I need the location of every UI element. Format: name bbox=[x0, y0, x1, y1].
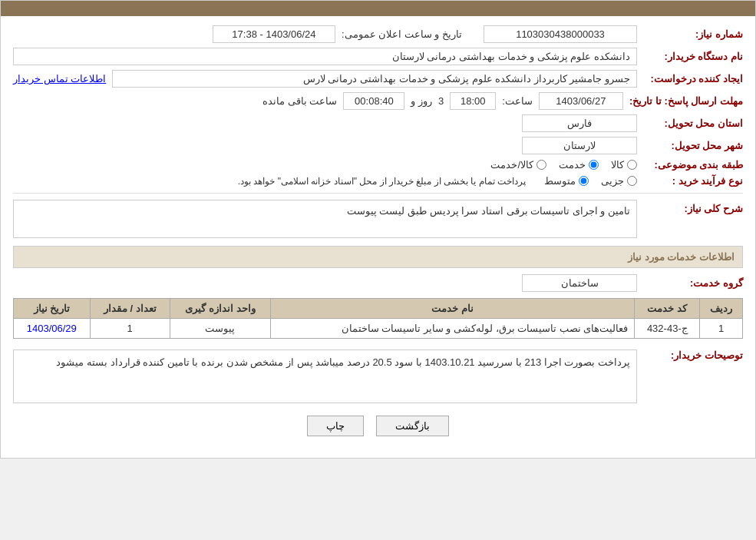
nam-dastgah-value: دانشکده علوم پزشکی و خدمات بهداشتی درمان… bbox=[13, 48, 637, 65]
tabaqe-kala-khadamat[interactable]: کالا/خدمت bbox=[490, 159, 546, 171]
cell-tarikh: 1403/06/29 bbox=[14, 319, 91, 339]
page-header bbox=[1, 1, 755, 16]
noe-farayand-options: جزیی متوسط bbox=[544, 175, 637, 187]
buttons-row: بازگشت چاپ bbox=[13, 416, 743, 436]
ijad-konnande-value: جسرو جامشیر کاربرداز دانشکده علوم پزشکی … bbox=[112, 70, 637, 88]
shahr-label: شهر محل تحویل: bbox=[643, 140, 743, 151]
farayand-jozi-radio[interactable] bbox=[627, 176, 637, 186]
tavsiyeh-value: پرداخت بصورت اجرا 213 با سررسید 1403.10.… bbox=[13, 350, 637, 403]
ijad-konnande-label: ایجاد کننده درخواست: bbox=[643, 73, 743, 84]
time-value: 18:00 bbox=[450, 92, 496, 110]
noe-farayand-label: نوع فرآیند خرید : bbox=[643, 175, 743, 187]
roz-label: روز و bbox=[411, 95, 432, 107]
chap-button[interactable]: چاپ bbox=[307, 416, 364, 436]
services-section-title: اطلاعات خدمات مورد نیاز bbox=[13, 246, 743, 268]
tarikh-label: تاریخ و ساعت اعلان عمومی: bbox=[342, 28, 462, 40]
grohe-khadamat-label: گروه خدمت: bbox=[643, 277, 743, 289]
ostan-value: فارس bbox=[522, 114, 637, 132]
cell-tedad: 1 bbox=[90, 319, 170, 339]
shahr-row: شهر محل تحویل: لارستان bbox=[13, 137, 743, 154]
baghimande-value: 00:08:40 bbox=[343, 92, 404, 110]
roz-value: 3 bbox=[438, 95, 444, 107]
col-tedad: تعداد / مقدار bbox=[90, 299, 170, 319]
grohe-khadamat-row: گروه خدمت: ساختمان bbox=[13, 274, 743, 292]
col-tarikh: تاریخ نیاز bbox=[14, 299, 91, 319]
tabaqe-kala-label: کالا bbox=[611, 159, 624, 171]
cell-radif: 1 bbox=[700, 319, 743, 339]
ijad-konnande-row: ایجاد کننده درخواست: جسرو جامشیر کاربردا… bbox=[13, 70, 743, 88]
ostan-row: استان محل تحویل: فارس bbox=[13, 114, 743, 132]
farayand-jozi-label: جزیی bbox=[601, 175, 624, 187]
col-vahed: واحد اندازه گیری bbox=[170, 299, 270, 319]
tabaqe-row: طبقه بندی موضوعی: کالا خدمت کالا/خدمت bbox=[13, 159, 743, 171]
tabaqe-kala-khadamat-radio[interactable] bbox=[536, 160, 546, 170]
sharh-label: شرح کلی نیاز: bbox=[643, 203, 743, 214]
shahr-value: لارستان bbox=[522, 137, 637, 154]
shomare-niaz-label: شماره نیاز: bbox=[643, 28, 743, 40]
nam-dastgah-label: نام دستگاه خریدار: bbox=[643, 51, 743, 62]
tavsiyeh-label: توصیحات خریدار: bbox=[643, 350, 743, 361]
tabaqe-khadamat-label: خدمت bbox=[559, 159, 586, 171]
col-radif: ردیف bbox=[700, 299, 743, 319]
noe-farayand-row: نوع فرآیند خرید : جزیی متوسط پرداخت تمام… bbox=[13, 175, 743, 187]
divider1 bbox=[13, 193, 743, 194]
nam-dastgah-row: نام دستگاه خریدار: دانشکده علوم پزشکی و … bbox=[13, 48, 743, 65]
farayand-motavasset-label: متوسط bbox=[544, 175, 576, 187]
tarikh-value: 1403/06/24 - 17:38 bbox=[213, 25, 335, 43]
etelaat-link[interactable]: اطلاعات تماس خریدار bbox=[13, 73, 106, 84]
sharh-row: شرح کلی نیاز: تامین و اجرای تاسیسات برقی… bbox=[13, 200, 743, 238]
sharh-value: تامین و اجرای تاسیسات برقی استاد سرا پرد… bbox=[13, 200, 637, 238]
tabaqe-kala-radio[interactable] bbox=[627, 160, 637, 170]
time-label: ساعت: bbox=[502, 95, 533, 107]
mohlat-date: 1403/06/27 bbox=[539, 92, 623, 110]
tabaqe-khadamat-radio[interactable] bbox=[589, 160, 599, 170]
shomare-niaz-value: 1103030438000033 bbox=[484, 25, 637, 43]
col-kod: کد خدمت bbox=[635, 299, 700, 319]
farayand-motavasset-radio[interactable] bbox=[579, 176, 589, 186]
tabaqe-kala-khadamat-label: کالا/خدمت bbox=[490, 159, 533, 171]
services-table: ردیف کد خدمت نام خدمت واحد اندازه گیری ت… bbox=[13, 298, 743, 339]
ostan-label: استان محل تحویل: bbox=[643, 118, 743, 129]
bazgasht-button[interactable]: بازگشت bbox=[376, 416, 449, 436]
cell-name: فعالیت‌های نصب تاسیسات برق، لوله‌کشی و س… bbox=[271, 319, 635, 339]
farayand-note: پرداخت تمام یا بخشی از مبلغ خریدار از مح… bbox=[238, 176, 526, 187]
col-name: نام خدمت bbox=[271, 299, 635, 319]
baghimande-label: ساعت باقی مانده bbox=[262, 95, 337, 107]
tabaqe-label: طبقه بندی موضوعی: bbox=[643, 159, 743, 171]
mohlat-label: مهلت ارسال پاسخ: تا تاریخ: bbox=[629, 95, 743, 107]
farayand-jozi[interactable]: جزیی bbox=[601, 175, 637, 187]
grohe-khadamat-value: ساختمان bbox=[522, 274, 637, 292]
tabaqe-kala[interactable]: کالا bbox=[611, 159, 637, 171]
table-row: 1 ج-43-432 فعالیت‌های نصب تاسیسات برق، ل… bbox=[14, 319, 743, 339]
farayand-motavasset[interactable]: متوسط bbox=[544, 175, 589, 187]
shomare-niaz-row: شماره نیاز: 1103030438000033 تاریخ و ساع… bbox=[13, 25, 743, 43]
tabaqe-khadamat[interactable]: خدمت bbox=[559, 159, 599, 171]
cell-kod: ج-43-432 bbox=[635, 319, 700, 339]
mohlat-row: مهلت ارسال پاسخ: تا تاریخ: 1403/06/27 سا… bbox=[13, 92, 743, 110]
tabaqe-options: کالا خدمت کالا/خدمت bbox=[490, 159, 637, 171]
tavsiyeh-row: توصیحات خریدار: پرداخت بصورت اجرا 213 با… bbox=[13, 346, 743, 403]
cell-vahed: پیوست bbox=[170, 319, 270, 339]
